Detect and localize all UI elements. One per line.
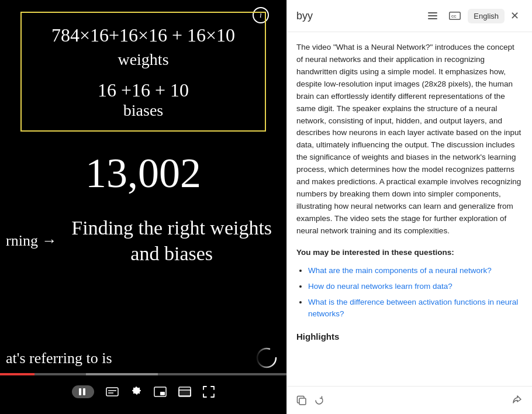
finding-text: Finding the right weights and biases <box>63 215 281 267</box>
theater-button[interactable] <box>178 387 191 397</box>
svg-rect-5 <box>160 392 165 395</box>
svg-rect-10 <box>299 398 306 405</box>
menu-button[interactable] <box>423 9 442 23</box>
miniplayer-icon <box>154 387 167 397</box>
settings-button[interactable] <box>130 386 142 398</box>
question-link-2[interactable]: How do neural networks learn from data? <box>308 282 452 291</box>
copy-button[interactable] <box>296 395 307 406</box>
copy-icon <box>296 395 307 406</box>
video-content: 784×16+16×16 + 16×10 weights 16 +16 + 10… <box>0 0 286 373</box>
progress-fill <box>0 373 86 375</box>
finding-section: rning → Finding the right weights and bi… <box>6 215 281 267</box>
progress-buffered <box>86 373 158 375</box>
svg-rect-1 <box>106 388 118 396</box>
learning-arrow-text: rning → <box>6 232 57 250</box>
panel-content[interactable]: The video "What is a Neural Network?" in… <box>287 32 532 386</box>
share-icon <box>512 394 523 405</box>
total-number: 13,002 <box>85 149 201 198</box>
list-item: What is the difference between activatio… <box>308 296 523 321</box>
svg-rect-7 <box>179 390 191 396</box>
subtitles-button[interactable] <box>106 387 119 396</box>
close-icon: ✕ <box>510 10 519 22</box>
math-line1: 784×16+16×16 + 16×10 <box>39 23 247 48</box>
video-controls <box>0 373 286 414</box>
svg-point-0 <box>257 349 276 367</box>
questions-list: What are the main components of a neural… <box>296 265 523 321</box>
footer-right-icons <box>512 394 523 407</box>
video-panel: i 784×16+16×16 + 16×10 weights 16 +16 + … <box>0 0 286 414</box>
refresh-icon <box>314 395 324 406</box>
language-button[interactable]: English <box>468 9 505 23</box>
pause-icon <box>79 388 87 396</box>
svg-text:CC: CC <box>451 15 457 18</box>
biases-math: 16 +16 + 10 <box>39 80 247 101</box>
pause-bar-left <box>79 388 81 395</box>
list-item: What are the main components of a neural… <box>308 265 523 277</box>
questions-heading: You may be interested in these questions… <box>296 247 523 259</box>
right-panel: byy CC English ✕ <box>286 0 532 414</box>
panel-footer <box>287 386 532 414</box>
progress-bar[interactable] <box>0 373 286 375</box>
controls-row <box>0 375 286 408</box>
yellow-box: 784×16+16×16 + 16×10 weights 16 +16 + 10… <box>20 12 266 132</box>
caption-icon: CC <box>449 12 461 20</box>
biases-label: biases <box>39 101 247 120</box>
share-button[interactable] <box>512 394 523 407</box>
weights-label: weights <box>39 50 247 69</box>
loading-spinner <box>256 347 277 368</box>
hamburger-icon <box>428 12 437 19</box>
panel-title: byy <box>296 10 419 22</box>
refresh-button[interactable] <box>314 395 324 406</box>
fullscreen-button[interactable] <box>203 386 215 398</box>
footer-left-icons <box>296 395 324 406</box>
subtitles-icon <box>106 387 119 396</box>
pause-button[interactable] <box>72 385 94 398</box>
list-item: How do neural networks learn from data? <box>308 281 523 293</box>
theater-icon <box>178 387 191 397</box>
question-link-3[interactable]: What is the difference between activatio… <box>308 298 518 319</box>
pause-bar-right <box>83 388 85 395</box>
question-link-1[interactable]: What are the main components of a neural… <box>308 266 492 275</box>
header-icons: CC English ✕ <box>423 7 523 25</box>
summary-text: The video "What is a Neural Network?" in… <box>296 42 523 237</box>
bottom-caption-text: at's referring to is <box>0 350 286 367</box>
fullscreen-icon <box>203 386 215 398</box>
close-button[interactable]: ✕ <box>507 7 523 25</box>
panel-header: byy CC English ✕ <box>287 0 532 32</box>
miniplayer-button[interactable] <box>154 387 167 397</box>
caption-button[interactable]: CC <box>444 8 465 23</box>
highlights-heading: Highlights <box>296 330 523 343</box>
settings-icon <box>130 386 142 398</box>
